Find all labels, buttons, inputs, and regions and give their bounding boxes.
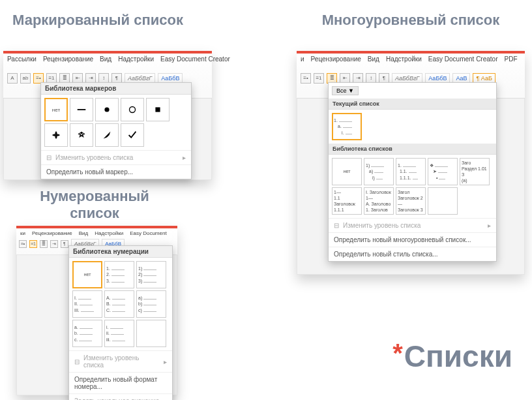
indent-button[interactable]: ⇥ (50, 240, 58, 248)
svg-point-1 (104, 107, 109, 112)
define-new-number-item[interactable]: Определить новый формат номера... (69, 372, 172, 393)
bullet-library-header: Библиотека маркеров (41, 83, 191, 95)
tab-view[interactable]: Вид (79, 230, 88, 236)
tab-addins[interactable]: Надстройки (386, 55, 422, 63)
bulleted-panel: Рассылки Рецензирование Вид Надстройки E… (3, 51, 212, 180)
bullet-dash[interactable] (70, 98, 93, 121)
num-arabic-dot[interactable]: 1.2.3. (104, 261, 134, 288)
tab-addins[interactable]: Надстройки (95, 230, 123, 236)
indent-icon: ⊟ (46, 154, 52, 161)
current-list-cell[interactable]: 1.a.i. (332, 113, 362, 140)
bullet-check[interactable] (121, 123, 144, 147)
multilevel-list-title: Многоуровневый список (306, 12, 515, 29)
star-icon: * (392, 339, 403, 367)
num-letter-upper[interactable]: A.B.C. (104, 290, 134, 318)
numbering-button[interactable]: ≡1 (314, 73, 324, 84)
change-level-item: ⊟Изменить уровень списка▸ (329, 218, 496, 232)
ml-extra[interactable] (428, 187, 458, 215)
bullet-arrow[interactable] (95, 123, 119, 147)
tab-addins[interactable]: Надстройки (118, 55, 154, 63)
font-button[interactable]: A (7, 73, 18, 84)
ml-dot[interactable]: 1.1.1.1.1.1. (396, 158, 426, 185)
tab-view[interactable]: Вид (100, 55, 111, 63)
tab-view[interactable]: Вид (368, 55, 379, 63)
page-title: *Списки (392, 339, 512, 374)
bullet-square[interactable] (146, 98, 170, 121)
current-list-header: Текущий список (329, 99, 496, 110)
bullets-dropdown[interactable]: Библиотека маркеров нет ⊟Изменить уровен… (40, 82, 192, 179)
svg-rect-3 (155, 107, 160, 112)
num-roman-lower[interactable]: i.ii.iii. (104, 320, 134, 347)
bullet-disc[interactable] (95, 98, 119, 121)
change-level-item: ⊟Изменить уровень списка▸ (41, 150, 191, 164)
bullet-4diamond[interactable] (44, 123, 68, 147)
set-value-item: Задать начальное значение... (69, 393, 172, 400)
change-level-item: ⊟Изменить уровень списка▸ (69, 350, 172, 372)
multilevel-panel: и Рецензирование Вид Надстройки Easy Doc… (297, 51, 525, 275)
define-new-multilevel-item[interactable]: Определить новый многоуровневый список..… (329, 232, 496, 247)
ml-none[interactable]: нет (332, 158, 362, 185)
num-letter-paren[interactable]: a)b)c) (136, 290, 166, 318)
tab-review[interactable]: Рецензирование (32, 230, 72, 236)
num-none[interactable]: нет (72, 261, 102, 288)
bullet-diamond-rot[interactable] (70, 123, 93, 147)
tab-mailings[interactable]: Рассылки (7, 55, 37, 63)
svg-point-2 (130, 107, 136, 113)
tab-mailings[interactable]: ки (20, 230, 25, 236)
multilevel-button[interactable]: ≣ (40, 240, 48, 248)
tab-review[interactable]: Рецензирование (43, 55, 93, 63)
define-new-list-style-item[interactable]: Определить новый стиль списка... (329, 247, 496, 261)
num-roman-upper[interactable]: I.II.III. (72, 290, 102, 318)
ml-article[interactable]: Статья I. ЗагоРаздел 1.01 З(a) Заголово (460, 158, 490, 185)
list-library-header: Библиотека списков (329, 144, 496, 155)
ml-bullets[interactable]: ❖➤• (428, 158, 458, 185)
pilcrow-button[interactable]: ¶ (61, 240, 68, 248)
bullets-button[interactable]: ≡• (19, 240, 27, 248)
bullets-button[interactable]: ≡• (301, 73, 311, 84)
ml-paren[interactable]: 1)a)i) (364, 158, 394, 185)
numbered-list-title: Нумерованный список (16, 188, 173, 223)
bulleted-list-title: Маркированный список (10, 12, 186, 29)
ml-head1[interactable]: 1 Заголовок 1—1.1 Заголовок1.1.1 Заголов (332, 187, 362, 215)
num-letter-lower[interactable]: a.b.c. (72, 320, 102, 347)
tab-easy[interactable]: Easy Document (130, 230, 166, 236)
ml-roman-head[interactable]: I. Заголовок 1—A. Заголово1. Заголов (364, 187, 394, 215)
highlight-button[interactable]: ab (20, 73, 31, 84)
indent-icon: ⊟ (74, 358, 80, 365)
numbered-panel: ки Рецензирование Вид Надстройки Easy Do… (16, 226, 177, 395)
numbering-button[interactable]: ≡1 (29, 240, 37, 248)
tab-review[interactable]: Рецензирование (311, 55, 361, 63)
tab-mailings[interactable]: и (301, 55, 304, 63)
num-arabic-paren[interactable]: 1)2)3) (136, 261, 166, 288)
indent-icon: ⊟ (334, 222, 339, 229)
bullet-circle[interactable] (121, 98, 144, 121)
tab-easy[interactable]: Easy Document Creator (428, 55, 498, 63)
svg-marker-6 (104, 132, 111, 139)
numbering-dropdown[interactable]: Библиотека нумерации нет 1.2.3. 1)2)3) I… (68, 245, 173, 400)
numbering-library-header: Библиотека нумерации (69, 246, 172, 258)
ml-chapter[interactable]: Глава 1 ЗаголЗаголовок 2—Заголовок 3— (396, 187, 426, 215)
tab-easy[interactable]: Easy Document Creator (160, 55, 230, 63)
tab-pdf[interactable]: PDF (505, 55, 518, 63)
define-new-bullet-item[interactable]: Определить новый маркер... (41, 164, 191, 179)
multilevel-dropdown[interactable]: Все ▼ Текущий список 1.a.i. Библиотека с… (328, 82, 497, 262)
num-extra[interactable] (136, 320, 166, 347)
all-filter[interactable]: Все ▼ (332, 86, 359, 95)
bullet-none[interactable]: нет (44, 98, 68, 121)
